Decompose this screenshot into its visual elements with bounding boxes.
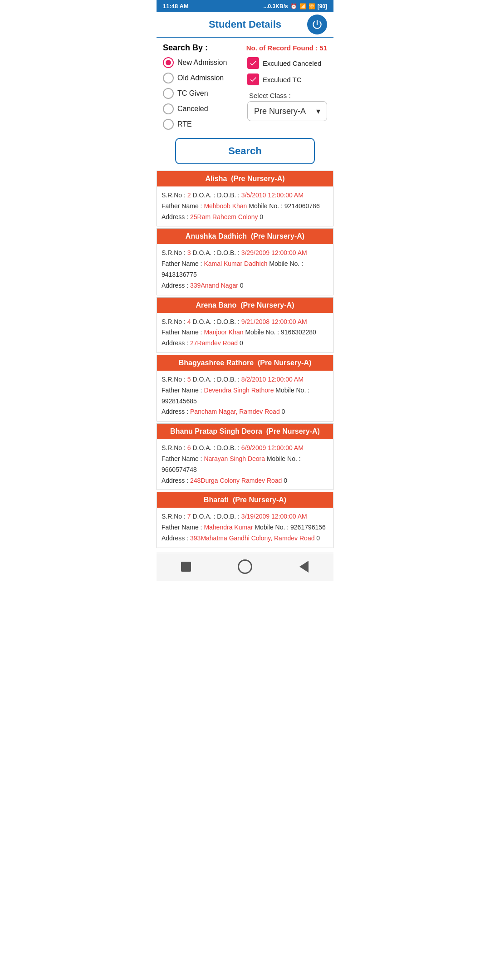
student-card[interactable]: Arena Bano (Pre Nursery-A) S.R.No : 4 D.… — [157, 297, 333, 353]
power-button[interactable] — [307, 15, 327, 34]
radio-old-admission[interactable]: Old Admission — [163, 73, 243, 83]
student-card[interactable]: Bhagyashree Rathore (Pre Nursery-A) S.R.… — [157, 355, 333, 421]
student-card[interactable]: Alisha (Pre Nursery-A) S.R.No : 2 D.O.A.… — [157, 171, 333, 226]
checkbox-exculued-canceled[interactable]: Exculued Canceled — [247, 57, 327, 69]
radio-circle-canceled — [163, 103, 174, 114]
student-card-header: Alisha (Pre Nursery-A) — [157, 171, 333, 186]
record-count: No. of Record Found : 51 — [246, 44, 327, 52]
radio-label-rte: RTE — [177, 120, 192, 128]
battery-icon: [90] — [318, 3, 327, 10]
network-speed: ...0.3KB/s — [264, 3, 288, 10]
radio-circle-new-admission — [163, 57, 174, 68]
radio-circle-rte — [163, 119, 174, 130]
square-icon — [181, 562, 191, 572]
class-dropdown-value: Pre Nursery-A — [254, 107, 306, 116]
clock-icon: ⏰ — [290, 3, 297, 10]
student-card-body: S.R.No : 4 D.O.A. : D.O.B. : 9/21/2008 1… — [157, 313, 333, 353]
checkmark-icon-canceled — [249, 59, 257, 67]
search-section: Search By : No. of Record Found : 51 New… — [157, 38, 333, 164]
radio-label-canceled: Canceled — [177, 105, 208, 113]
right-col: Exculued Canceled Exculued TC Select Cla… — [247, 57, 327, 130]
student-card-body: S.R.No : 7 D.O.A. : D.O.B. : 3/19/2009 1… — [157, 508, 333, 547]
checkbox-exculued-tc[interactable]: Exculued TC — [247, 74, 327, 85]
student-card[interactable]: Anushka Dadhich (Pre Nursery-A) S.R.No :… — [157, 228, 333, 295]
power-icon — [311, 19, 323, 30]
checkmark-icon-tc — [249, 75, 257, 83]
radio-tc-given[interactable]: TC Given — [163, 88, 243, 99]
search-button[interactable]: Search — [175, 138, 315, 164]
class-dropdown[interactable]: Pre Nursery-A ▾ — [247, 101, 327, 121]
app-header: Student Details — [157, 12, 333, 38]
search-by-row: Search By : No. of Record Found : 51 — [163, 43, 327, 53]
radio-circle-old-admission — [163, 73, 174, 83]
student-card-header: Arena Bano (Pre Nursery-A) — [157, 298, 333, 313]
student-card-header: Anushka Dadhich (Pre Nursery-A) — [157, 229, 333, 244]
student-card-header: Bhanu Pratap Singh Deora (Pre Nursery-A) — [157, 424, 333, 439]
search-button-wrap: Search — [163, 138, 327, 164]
student-card[interactable]: Bhanu Pratap Singh Deora (Pre Nursery-A)… — [157, 423, 333, 490]
radio-new-admission[interactable]: New Admission — [163, 57, 243, 68]
nav-back-button[interactable] — [296, 559, 312, 575]
radio-circle-tc-given — [163, 88, 174, 99]
student-card[interactable]: Bharati (Pre Nursery-A) S.R.No : 7 D.O.A… — [157, 492, 333, 548]
radio-rte[interactable]: RTE — [163, 119, 243, 130]
status-bar: 11:48 AM ...0.3KB/s ⏰ 📶 🛜 [90] — [157, 0, 333, 12]
search-by-label: Search By : — [163, 43, 208, 53]
time-display: 11:48 AM — [163, 3, 189, 10]
page-title: Student Details — [209, 19, 281, 30]
radio-inner-new-admission — [166, 60, 171, 65]
bottom-navigation — [157, 553, 333, 581]
student-card-body: S.R.No : 5 D.O.A. : D.O.B. : 8/2/2010 12… — [157, 371, 333, 421]
checkbox-label-canceled: Exculued Canceled — [263, 59, 321, 67]
student-card-body: S.R.No : 3 D.O.A. : D.O.B. : 3/29/2009 1… — [157, 244, 333, 294]
options-container: New Admission Old Admission TC Given Can… — [163, 57, 327, 130]
checkbox-box-canceled — [247, 57, 259, 69]
status-right: ...0.3KB/s ⏰ 📶 🛜 [90] — [264, 3, 327, 10]
circle-icon — [238, 559, 252, 574]
select-class-label: Select Class : — [249, 92, 327, 99]
back-icon — [299, 561, 309, 573]
student-card-header: Bhagyashree Rathore (Pre Nursery-A) — [157, 355, 333, 371]
signal-icon: 📶 — [299, 3, 306, 10]
radio-options: New Admission Old Admission TC Given Can… — [163, 57, 243, 130]
chevron-down-icon: ▾ — [316, 106, 320, 116]
select-class-section: Select Class : Pre Nursery-A ▾ — [247, 92, 327, 121]
nav-circle-button[interactable] — [237, 559, 253, 575]
nav-square-button[interactable] — [178, 559, 194, 575]
student-list: Alisha (Pre Nursery-A) S.R.No : 2 D.O.A.… — [157, 171, 333, 548]
checkbox-box-tc — [247, 74, 259, 85]
checkbox-label-tc: Exculued TC — [263, 76, 302, 83]
student-card-header: Bharati (Pre Nursery-A) — [157, 492, 333, 508]
radio-label-tc-given: TC Given — [177, 89, 208, 98]
wifi-icon: 🛜 — [309, 3, 315, 10]
radio-canceled[interactable]: Canceled — [163, 103, 243, 114]
radio-label-old-admission: Old Admission — [177, 74, 224, 82]
student-card-body: S.R.No : 6 D.O.A. : D.O.B. : 6/9/2009 12… — [157, 439, 333, 490]
student-card-body: S.R.No : 2 D.O.A. : D.O.B. : 3/5/2010 12… — [157, 186, 333, 226]
radio-label-new-admission: New Admission — [177, 59, 227, 67]
